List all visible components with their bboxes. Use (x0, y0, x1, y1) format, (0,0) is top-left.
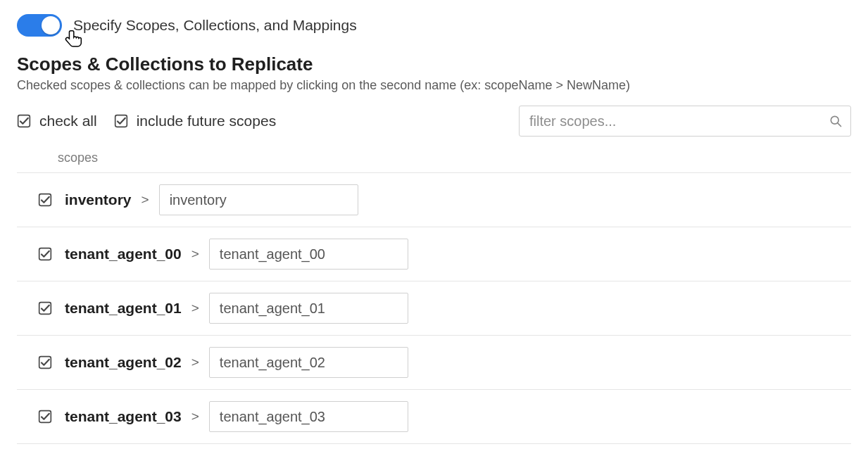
mapping-arrow: > (191, 409, 199, 424)
scope-checkbox[interactable] (38, 301, 52, 315)
scope-checkbox[interactable] (38, 355, 52, 369)
scope-checkbox[interactable] (38, 193, 52, 207)
scope-mapping-input[interactable] (209, 347, 408, 378)
checkbox-icon (38, 301, 52, 315)
mapping-arrow: > (191, 300, 199, 316)
mapping-arrow: > (141, 192, 149, 208)
check-all-checkbox[interactable]: check all (17, 113, 97, 129)
svg-line-3 (838, 123, 841, 127)
checkbox-icon (38, 410, 52, 424)
specify-scopes-label: Specify Scopes, Collections, and Mapping… (73, 17, 357, 34)
scope-name: tenant_agent_01 (65, 300, 182, 317)
checkbox-icon (114, 114, 128, 128)
scope-name: tenant_agent_03 (65, 408, 182, 425)
toggle-knob (42, 16, 60, 34)
mapping-arrow: > (191, 246, 199, 262)
mapping-arrow: > (191, 355, 199, 370)
check-all-label: check all (39, 113, 97, 129)
scopes-column-header: scopes (17, 146, 851, 172)
scope-row: inventory > (17, 172, 851, 227)
checkbox-icon (38, 193, 52, 207)
scope-row: tenant_agent_00 > (17, 227, 851, 281)
scope-mapping-input[interactable] (159, 184, 358, 215)
section-subtitle: Checked scopes & collections can be mapp… (17, 78, 851, 93)
scope-name: inventory (65, 191, 132, 208)
scope-mapping-input[interactable] (209, 401, 408, 432)
scope-checkbox[interactable] (38, 410, 52, 424)
scope-name: tenant_agent_02 (65, 354, 182, 371)
checkbox-icon (17, 114, 31, 128)
section-title: Scopes & Collections to Replicate (17, 53, 851, 75)
include-future-scopes-label: include future scopes (137, 113, 276, 129)
checkbox-icon (38, 247, 52, 261)
scope-checkbox[interactable] (38, 247, 52, 261)
scope-row: tenant_agent_03 > (17, 389, 851, 444)
scope-mapping-input[interactable] (209, 239, 408, 270)
search-icon (829, 114, 843, 128)
include-future-scopes-checkbox[interactable]: include future scopes (114, 113, 276, 129)
scope-mapping-input[interactable] (209, 293, 408, 324)
scope-name: tenant_agent_00 (65, 246, 182, 262)
scope-row: tenant_agent_01 > (17, 281, 851, 335)
checkbox-icon (38, 355, 52, 369)
filter-scopes-input[interactable] (519, 106, 851, 137)
scope-row: tenant_agent_02 > (17, 335, 851, 389)
specify-scopes-toggle[interactable] (17, 14, 62, 37)
